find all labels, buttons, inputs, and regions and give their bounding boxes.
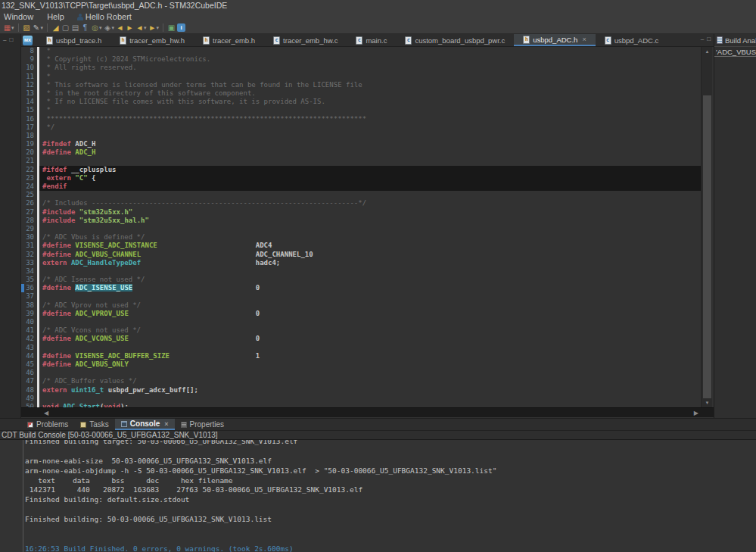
code-text: [39, 225, 701, 233]
bottom-tab-bar: ProblemsTasksConsole×Properties: [0, 419, 756, 431]
code-line: 8 *: [21, 47, 701, 55]
bottom-tab-label: Problems: [36, 420, 68, 429]
scroll-right-icon[interactable]: ▶: [694, 408, 698, 418]
menu-window[interactable]: Window: [0, 11, 40, 22]
code-segment: /* Includes ----------------------------…: [42, 199, 366, 207]
console-line: Finished building target: 50-03-00066_U5…: [25, 440, 496, 447]
back-icon[interactable]: ◄: [116, 22, 124, 33]
build-icon[interactable]: ◢: [51, 22, 60, 33]
maximize-editor-icon[interactable]: □: [707, 36, 711, 42]
open-folder-icon[interactable]: ▧: [23, 22, 31, 33]
editor-tab-tracer_emb_hw.h[interactable]: htracer_emb_hw.h: [110, 34, 194, 46]
code-text: [39, 132, 701, 140]
editor-tab-usbpd_ADC.h[interactable]: husbpd_ADC.h×: [514, 34, 595, 46]
new-wizard-icon[interactable]: ▦: [3, 22, 11, 33]
code-text: /* Includes ----------------------------…: [39, 199, 701, 207]
console-line: arm-none-eabi-objdump -h -S 50-03-00066_…: [25, 466, 496, 476]
forward-icon[interactable]: ►: [126, 22, 134, 33]
code-editor[interactable]: 8 *9 * Copyright (c) 2024 STMicroelectro…: [21, 47, 714, 407]
line-number: 8: [21, 47, 36, 55]
title-bar[interactable]: 132_SNK_V1013\TCPP\Target\usbpd_ADC.h - …: [0, 0, 756, 11]
code-text: *: [39, 47, 701, 55]
myst-login[interactable]: Hello Robert: [77, 11, 132, 22]
minimize-editor-icon[interactable]: –: [701, 36, 704, 42]
line-number: 43: [21, 344, 36, 352]
code-segment: #define: [42, 148, 71, 156]
code-line: 37: [21, 292, 701, 301]
code-segment: {: [88, 174, 96, 182]
code-segment: * This software is licensed under terms …: [42, 81, 362, 89]
menu-help[interactable]: Help: [40, 11, 71, 22]
editor-tab-tracer_emb_hw.c[interactable]: ctracer_emb_hw.c: [264, 34, 347, 46]
restore-view-icon[interactable]: □: [9, 36, 13, 43]
h-file-icon: h: [46, 36, 53, 45]
build-analyzer-entry[interactable]: 'ADC_VBUS_C: [714, 47, 756, 57]
minimize-view-icon[interactable]: –: [3, 36, 6, 43]
dropdown-arrow-icon[interactable]: ▾: [112, 25, 115, 31]
code-line: 9 * Copyright (c) 2024 STMicroelectronic…: [21, 55, 701, 64]
line-number: 11: [21, 73, 36, 81]
line-number: 48: [21, 386, 36, 395]
run-icon[interactable]: ◎: [91, 22, 99, 33]
scroll-down-icon[interactable]: ▼: [702, 398, 713, 407]
close-tab-icon[interactable]: ×: [582, 36, 586, 43]
scroll-up-icon[interactable]: ▲: [702, 47, 713, 56]
code-text: [39, 395, 701, 403]
info-icon[interactable]: i: [177, 23, 185, 32]
editor-tab-usbpd_ADC.c[interactable]: cusbpd_ADC.c: [596, 34, 668, 46]
line-number: 29: [21, 225, 36, 233]
cubemx-view-icon[interactable]: MX: [23, 36, 33, 45]
line-number: 17: [21, 123, 36, 132]
last-edit-icon[interactable]: ◄: [135, 22, 144, 33]
line-number: 22: [21, 166, 36, 174]
code-line: 46: [21, 369, 701, 377]
tab-properties[interactable]: Properties: [175, 419, 231, 430]
code-text: #define ADC_VBUS_CHANNEL ADC_CHANNEL_10: [39, 251, 701, 259]
code-segment: ****************************************…: [42, 115, 366, 123]
editor-tab-tracer_emb.h[interactable]: htracer_emb.h: [194, 34, 264, 46]
code-text: #define ADC_H: [39, 148, 701, 157]
console-line: [25, 505, 496, 515]
editor-vertical-scrollbar[interactable]: ▲ ▼: [701, 47, 712, 407]
doc-icon[interactable]: ▤: [71, 22, 79, 33]
editor-horizontal-scrollbar[interactable]: ◀ ▶: [21, 407, 714, 417]
tab-console[interactable]: Console×: [115, 419, 175, 430]
stm32cubeide-window: 132_SNK_V1013\TCPP\Target\usbpd_ADC.h - …: [0, 0, 756, 552]
screenshot-icon[interactable]: ▣: [167, 22, 176, 33]
dropdown-arrow-icon[interactable]: ▾: [157, 25, 160, 31]
editor-tab-usbpd_trace.h[interactable]: husbpd_trace.h: [37, 34, 110, 46]
editor-tab-custom_board_usbpd_pwr.c[interactable]: ccustom_board_usbpd_pwr.c: [396, 34, 514, 46]
editor-tab-main.c[interactable]: cmain.c: [347, 34, 396, 46]
code-segment: extern: [42, 259, 67, 267]
scrollbar-thumb[interactable]: [703, 95, 711, 398]
line-number: 16: [21, 115, 36, 123]
tasks-icon: [80, 422, 86, 428]
dropdown-arrow-icon[interactable]: ▾: [41, 25, 44, 31]
scroll-left-icon[interactable]: ◀: [44, 408, 48, 418]
mark-occurrences-icon[interactable]: ¶: [81, 22, 89, 33]
external-tools-icon[interactable]: ◈: [104, 22, 112, 33]
tab-build-analyzer[interactable]: Build Analyzer: [714, 34, 756, 47]
tab-tasks[interactable]: Tasks: [74, 419, 115, 430]
line-number: 44: [21, 352, 36, 360]
tab-problems[interactable]: Problems: [21, 419, 74, 430]
code-segment: *: [42, 47, 51, 55]
new-file-icon[interactable]: ▢: [61, 22, 70, 33]
close-tab-icon[interactable]: ×: [164, 420, 168, 428]
code-segment: extern: [46, 174, 71, 182]
code-line: 42#define ADC_VCONS_USE 0: [21, 335, 701, 343]
dropdown-arrow-icon[interactable]: ▾: [99, 25, 102, 31]
code-line: 12 * This software is licensed under ter…: [21, 81, 701, 89]
line-number: 23: [21, 174, 36, 182]
c-file-icon: c: [405, 36, 412, 45]
next-edit-icon[interactable]: ►: [148, 22, 157, 33]
console-view[interactable]: Finished building target: 50-03-00066_U5…: [0, 440, 756, 552]
line-number: 31: [21, 242, 36, 250]
console-line: 16:26:53 Build Finished. 0 errors, 0 war…: [25, 544, 496, 552]
console-icon: [121, 421, 127, 427]
console-margin-line: [23, 440, 23, 552]
dropdown-arrow-icon[interactable]: ▾: [11, 25, 14, 31]
save-icon[interactable]: ✎: [33, 22, 41, 33]
dropdown-arrow-icon[interactable]: ▾: [144, 25, 147, 31]
code-line: 23 extern "C" {: [21, 174, 701, 182]
